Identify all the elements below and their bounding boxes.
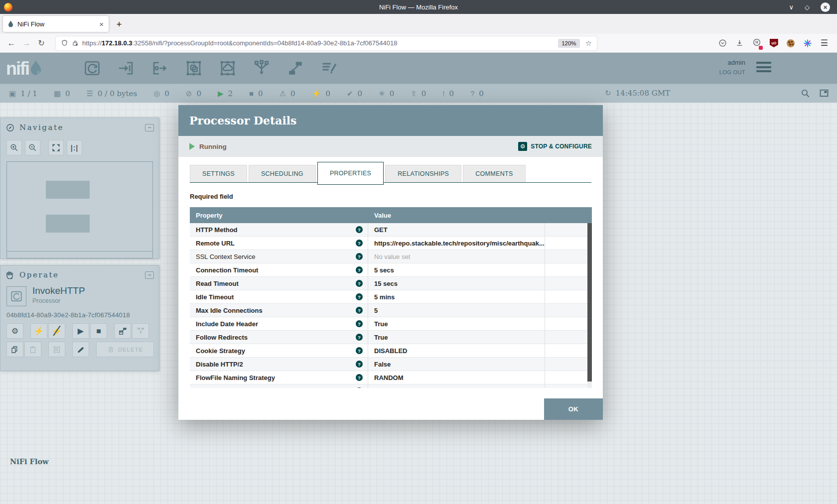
birdseye-toggle-icon[interactable]	[819, 88, 829, 98]
hamburger-menu-icon[interactable]: ☰	[821, 38, 828, 48]
property-row[interactable]: HTTP Method ? GET	[190, 223, 592, 237]
drag-template-icon[interactable]	[286, 59, 304, 78]
operate-collapse-icon[interactable]: −	[145, 271, 154, 279]
page-zoom-badge[interactable]: 120%	[558, 39, 579, 48]
property-row[interactable]: SSL Context Service ? No value set	[190, 250, 592, 263]
zoom-actual-size-button[interactable]: |:|	[67, 140, 82, 155]
property-row[interactable]: Cookie Strategy ? DISABLED	[190, 344, 592, 358]
dialog-tab[interactable]: SETTINGS	[190, 165, 247, 183]
enable-button[interactable]: ⚡	[30, 323, 47, 339]
property-row[interactable]: Read Timeout ? 15 secs	[190, 277, 592, 290]
window-maximize-icon[interactable]: ◇	[805, 3, 810, 11]
status-clustered-nodes: ▣ 1 / 1	[9, 89, 37, 98]
browser-tab[interactable]: NiFi Flow ×	[3, 16, 109, 32]
zoom-fit-button[interactable]	[48, 140, 64, 155]
status-transmitting: ◎ 0	[153, 89, 169, 98]
dialog-tab[interactable]: COMMENTS	[463, 165, 525, 183]
pocket-icon[interactable]	[718, 39, 727, 47]
copy-button[interactable]	[6, 342, 23, 357]
property-row[interactable]: Follow Redirects ? True	[190, 331, 592, 344]
status-icon: ☰	[87, 89, 93, 98]
extension-sparkle-icon[interactable]	[803, 39, 812, 48]
forward-button[interactable]: →	[19, 38, 34, 48]
reload-button[interactable]: ↻	[34, 38, 49, 48]
zoom-in-button[interactable]	[6, 140, 22, 155]
delete-button[interactable]: DELETE	[96, 342, 154, 357]
help-icon[interactable]: ?	[356, 240, 363, 247]
property-name: FlowFile Naming Strategy	[196, 374, 275, 381]
help-icon[interactable]: ?	[356, 387, 363, 388]
breadcrumb[interactable]: NiFi Flow	[10, 457, 49, 466]
help-icon[interactable]: ?	[356, 266, 363, 273]
color-button[interactable]	[72, 342, 89, 357]
property-row[interactable]: Attributes to Send ? No value set	[190, 384, 592, 388]
new-tab-button[interactable]: +	[113, 18, 126, 31]
property-row[interactable]: Connection Timeout ? 5 secs	[190, 263, 592, 277]
refresh-icon[interactable]: ↻	[605, 89, 611, 98]
property-row[interactable]: Idle Timeout ? 5 mins	[190, 290, 592, 304]
tab-close-icon[interactable]: ×	[99, 20, 104, 28]
property-row[interactable]: Include Date Header ? True	[190, 317, 592, 331]
account-icon[interactable]	[752, 38, 761, 49]
ublock-extension-icon[interactable]: uO	[770, 39, 778, 47]
property-row[interactable]: Remote URL ? https://repo.stackable.tech…	[190, 237, 592, 250]
help-icon[interactable]: ?	[356, 361, 363, 368]
url-bar[interactable]: https://172.18.0.3:32558/nifi/?processGr…	[56, 36, 597, 50]
help-icon[interactable]: ?	[356, 347, 363, 354]
nifi-header: nifi	[0, 53, 837, 84]
dialog-tab[interactable]: PROPERTIES	[317, 162, 384, 185]
drag-input-port-icon[interactable]	[117, 59, 135, 78]
help-icon[interactable]: ?	[356, 320, 363, 327]
tracking-shield-icon[interactable]	[61, 39, 68, 47]
disable-button[interactable]: ⚡	[48, 323, 65, 339]
firefox-logo-icon	[4, 3, 12, 11]
dialog-tab[interactable]: RELATIONSHIPS	[385, 165, 461, 183]
help-icon[interactable]: ?	[356, 307, 363, 314]
property-row[interactable]: FlowFile Naming Strategy ? RANDOM	[190, 371, 592, 384]
properties-table: Property Value HTTP Method ? GET	[190, 207, 592, 388]
global-menu-icon[interactable]	[756, 62, 771, 72]
drag-process-group-icon[interactable]	[184, 59, 203, 78]
upload-template-button[interactable]	[132, 323, 149, 339]
drag-output-port-icon[interactable]	[150, 59, 169, 78]
help-icon[interactable]: ?	[356, 226, 363, 233]
save-template-button[interactable]	[114, 323, 131, 339]
help-icon[interactable]: ?	[356, 334, 363, 341]
help-icon[interactable]: ?	[356, 293, 363, 300]
help-icon[interactable]: ?	[356, 374, 363, 381]
drag-remote-process-group-icon[interactable]	[218, 59, 237, 78]
property-name: Read Timeout	[196, 280, 239, 287]
status-count: 0	[65, 89, 70, 98]
status-count: 0	[325, 89, 330, 98]
table-scrollbar[interactable]	[587, 223, 592, 388]
property-row[interactable]: Disable HTTP/2 ? False	[190, 358, 592, 371]
drag-funnel-icon[interactable]	[252, 59, 271, 78]
cookie-extension-icon[interactable]	[787, 39, 795, 47]
navigate-collapse-icon[interactable]: −	[145, 124, 154, 131]
logout-link[interactable]: LOG OUT	[719, 69, 745, 75]
dialog-tab[interactable]: SCHEDULING	[249, 165, 316, 183]
lock-warning-icon[interactable]	[72, 40, 79, 47]
help-icon[interactable]: ?	[356, 280, 363, 287]
ok-button[interactable]: OK	[544, 398, 603, 420]
window-minimize-icon[interactable]: ∨	[789, 3, 794, 11]
group-button[interactable]	[48, 342, 65, 357]
downloads-icon[interactable]	[735, 39, 744, 47]
drag-label-icon[interactable]	[320, 59, 338, 78]
table-scrollbar-thumb[interactable]	[587, 223, 592, 381]
back-button[interactable]: ←	[4, 38, 19, 48]
url-text[interactable]: https://172.18.0.3:32558/nifi/?processGr…	[82, 39, 555, 47]
window-close-icon[interactable]: ×	[821, 2, 830, 12]
property-row[interactable]: Max Idle Connections ? 5	[190, 304, 592, 317]
zoom-out-button[interactable]	[25, 140, 40, 155]
configure-button[interactable]: ⚙	[6, 323, 23, 339]
bookmark-star-icon[interactable]: ☆	[585, 39, 592, 48]
stop-and-configure-button[interactable]: ⚙ STOP & CONFIGURE	[518, 142, 592, 151]
drag-processor-icon[interactable]	[83, 59, 101, 78]
stop-button[interactable]: ■	[90, 323, 107, 339]
paste-button[interactable]	[24, 342, 41, 357]
help-icon[interactable]: ?	[356, 253, 363, 260]
start-button[interactable]: ▶	[72, 323, 89, 339]
birdseye-map[interactable]	[6, 161, 153, 258]
search-icon[interactable]	[801, 89, 810, 98]
